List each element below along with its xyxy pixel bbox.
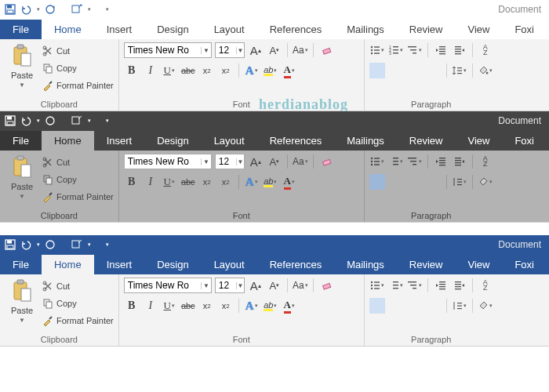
undo-dropdown[interactable]: ▾ (37, 6, 40, 13)
qat-dropdown[interactable]: ▾ (88, 241, 91, 248)
clear-formatting-button[interactable] (318, 154, 334, 169)
font-size-dropdown-icon[interactable]: ▼ (236, 282, 244, 289)
tab-home[interactable]: Home (42, 131, 94, 151)
tab-design[interactable]: Design (144, 20, 201, 39)
bold-button[interactable]: B (124, 298, 140, 314)
paste-dropdown-icon[interactable]: ▼ (19, 317, 25, 324)
font-name-combo[interactable]: ▼ (124, 42, 212, 58)
copy-button[interactable]: Copy (42, 296, 114, 310)
increase-indent-button[interactable] (452, 42, 467, 58)
paste-button[interactable]: Paste ▼ (5, 154, 39, 200)
strikethrough-button[interactable]: abc (180, 63, 196, 78)
undo-icon[interactable] (20, 239, 31, 250)
tab-home[interactable]: Home (42, 255, 94, 274)
grow-font-button[interactable]: A▴ (248, 154, 264, 169)
decrease-indent-button[interactable] (433, 278, 449, 293)
text-effects-button[interactable]: A▾ (244, 63, 260, 78)
sort-button[interactable]: AZ (478, 42, 493, 58)
font-name-input[interactable] (125, 156, 202, 167)
numbering-button[interactable]: ▾ (388, 278, 404, 293)
tab-insert[interactable]: Insert (94, 131, 145, 151)
save-icon[interactable] (5, 4, 16, 15)
italic-button[interactable]: I (143, 298, 158, 314)
tab-home[interactable]: Home (42, 20, 94, 39)
font-name-dropdown-icon[interactable]: ▼ (201, 158, 210, 165)
line-spacing-button[interactable]: ▾ (452, 174, 467, 190)
font-name-input[interactable] (125, 45, 202, 56)
font-name-dropdown-icon[interactable]: ▼ (201, 47, 210, 54)
tab-file[interactable]: File (0, 20, 42, 39)
customize-icon[interactable] (71, 4, 82, 15)
superscript-button[interactable]: x2 (218, 63, 234, 78)
redo-icon[interactable] (45, 239, 56, 250)
sort-button[interactable]: AZ (478, 278, 493, 293)
format-painter-button[interactable]: Format Painter (42, 314, 114, 328)
text-effects-button[interactable]: A▾ (244, 174, 260, 190)
customize-icon[interactable] (71, 239, 82, 250)
increase-indent-button[interactable] (452, 154, 467, 169)
underline-button[interactable]: U▾ (162, 174, 177, 190)
multilevel-list-button[interactable]: ▾ (407, 278, 423, 293)
change-case-button[interactable]: Aa▾ (293, 154, 308, 169)
grow-font-button[interactable]: A▴ (248, 42, 264, 58)
redo-icon[interactable] (45, 4, 56, 15)
undo-dropdown[interactable]: ▾ (37, 241, 40, 248)
tab-foxit[interactable]: Foxi (502, 255, 547, 274)
tab-file[interactable]: File (0, 131, 42, 151)
paste-button[interactable]: Paste ▼ (5, 42, 39, 89)
paste-dropdown-icon[interactable]: ▼ (19, 82, 25, 89)
tab-mailings[interactable]: Mailings (334, 255, 397, 274)
redo-icon[interactable] (45, 115, 56, 126)
multilevel-list-button[interactable]: ▾ (407, 42, 423, 58)
tab-review[interactable]: Review (397, 20, 456, 39)
strikethrough-button[interactable]: abc (180, 174, 196, 190)
tab-review[interactable]: Review (397, 255, 456, 274)
shrink-font-button[interactable]: A▾ (267, 154, 282, 169)
subscript-button[interactable]: x2 (199, 298, 215, 314)
highlight-button[interactable]: ab▾ (263, 298, 278, 314)
multilevel-list-button[interactable]: ▾ (407, 154, 423, 169)
align-right-button[interactable] (407, 63, 423, 78)
numbering-button[interactable]: 123▾ (388, 42, 404, 58)
subscript-button[interactable]: x2 (199, 174, 215, 190)
underline-button[interactable]: U▾ (162, 63, 177, 78)
qat-dropdown[interactable]: ▾ (88, 6, 91, 13)
tab-references[interactable]: References (257, 255, 334, 274)
tab-mailings[interactable]: Mailings (334, 131, 397, 151)
save-icon[interactable] (5, 239, 16, 250)
tab-references[interactable]: References (257, 131, 334, 151)
font-size-input[interactable] (216, 280, 236, 291)
superscript-button[interactable]: x2 (218, 298, 234, 314)
underline-button[interactable]: U▾ (162, 298, 177, 314)
font-color-button[interactable]: A▾ (282, 174, 297, 190)
align-justify-button[interactable] (426, 298, 442, 314)
tab-view[interactable]: View (455, 20, 502, 39)
copy-button[interactable]: Copy (42, 172, 114, 187)
align-justify-button[interactable] (426, 63, 442, 78)
format-painter-button[interactable]: Format Painter (42, 190, 114, 204)
tab-layout[interactable]: Layout (202, 255, 257, 274)
tab-references[interactable]: References (257, 20, 334, 39)
line-spacing-button[interactable]: ▾ (452, 63, 467, 78)
tab-view[interactable]: View (455, 131, 502, 151)
subscript-button[interactable]: x2 (199, 63, 215, 78)
font-size-combo[interactable]: ▼ (215, 42, 245, 58)
customize-icon[interactable] (71, 115, 82, 126)
tab-file[interactable]: File (0, 255, 42, 274)
align-right-button[interactable] (407, 298, 423, 314)
qat-dropdown[interactable]: ▾ (88, 118, 91, 124)
bullets-button[interactable]: ▾ (369, 154, 385, 169)
tab-layout[interactable]: Layout (202, 20, 257, 39)
increase-indent-button[interactable] (452, 278, 467, 293)
strikethrough-button[interactable]: abc (180, 298, 196, 314)
tab-review[interactable]: Review (397, 131, 456, 151)
line-spacing-button[interactable]: ▾ (452, 298, 467, 314)
italic-button[interactable]: I (143, 63, 158, 78)
tab-design[interactable]: Design (144, 255, 201, 274)
highlight-button[interactable]: ab▾ (263, 63, 278, 78)
cut-button[interactable]: Cut (42, 279, 114, 293)
change-case-button[interactable]: Aa▾ (293, 278, 308, 293)
font-size-dropdown-icon[interactable]: ▼ (236, 158, 244, 165)
shrink-font-button[interactable]: A▾ (267, 278, 282, 293)
cut-button[interactable]: Cut (42, 44, 114, 58)
